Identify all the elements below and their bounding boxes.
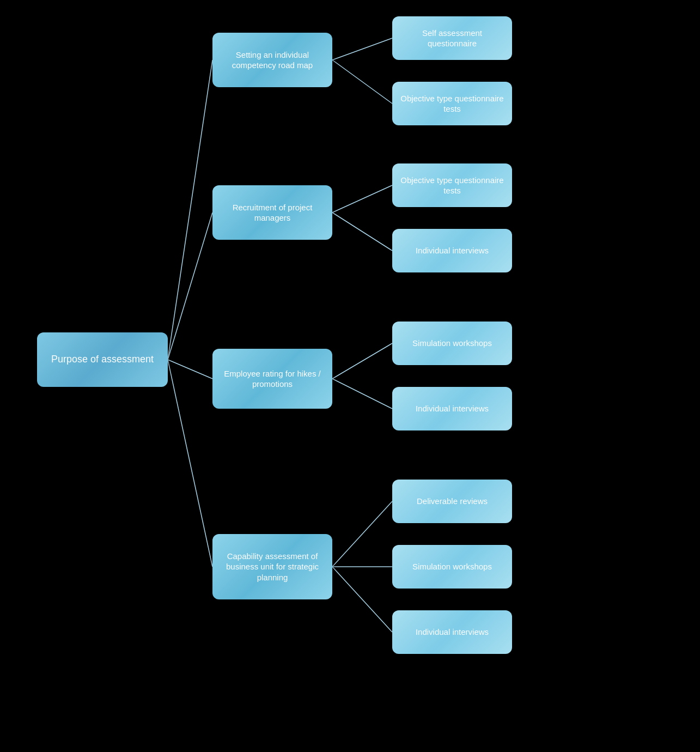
svg-line-5 (332, 60, 392, 104)
svg-line-10 (332, 501, 392, 567)
leaf-node-l6: Individual interviews (392, 387, 512, 430)
diagram-container: Purpose of assessmentSetting an individu… (0, 0, 700, 752)
svg-line-9 (332, 379, 392, 409)
mid-node-m4: Capability assessment of business unit f… (212, 534, 332, 599)
leaf-node-l4: Individual interviews (392, 229, 512, 272)
svg-line-0 (168, 60, 212, 360)
svg-line-2 (168, 360, 212, 379)
svg-line-12 (332, 567, 392, 632)
leaf-node-l9: Individual interviews (392, 610, 512, 654)
svg-line-8 (332, 343, 392, 379)
svg-line-1 (168, 213, 212, 360)
leaf-node-l5: Simulation workshops (392, 322, 512, 365)
svg-line-7 (332, 213, 392, 251)
root-node: Purpose of assessment (37, 332, 168, 387)
leaf-node-l3: Objective type questionnaire tests (392, 163, 512, 207)
mid-node-m3: Employee rating for hikes / promotions (212, 349, 332, 409)
svg-line-3 (168, 360, 212, 567)
mid-node-m1: Setting an individual competency road ma… (212, 33, 332, 87)
leaf-node-l1: Self assessment questionnaire (392, 16, 512, 60)
leaf-node-l8: Simulation workshops (392, 545, 512, 589)
leaf-node-l2: Objective type questionnaire tests (392, 82, 512, 125)
svg-line-6 (332, 185, 392, 213)
mid-node-m2: Recruitment of project managers (212, 185, 332, 240)
svg-line-4 (332, 38, 392, 60)
leaf-node-l7: Deliverable reviews (392, 480, 512, 523)
